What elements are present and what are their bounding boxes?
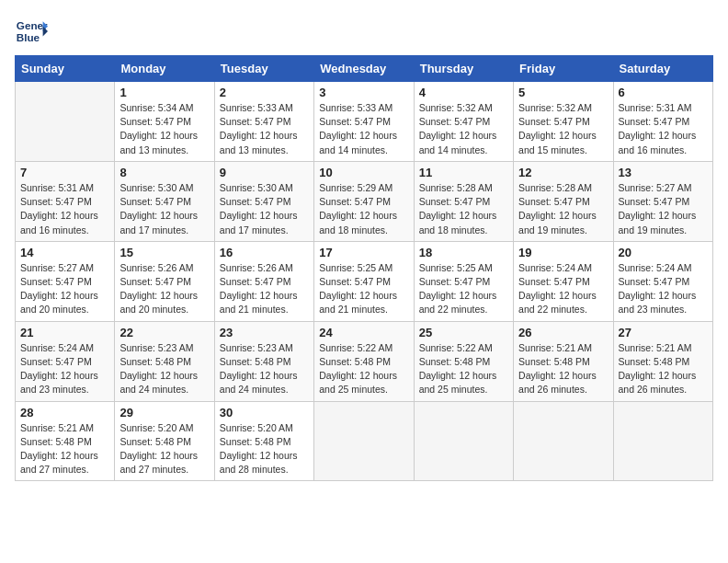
day-number: 14 <box>20 246 109 259</box>
day-info: Sunrise: 5:32 AM Sunset: 5:47 PM Dayligh… <box>518 101 608 157</box>
day-info: Sunrise: 5:22 AM Sunset: 5:48 PM Dayligh… <box>419 341 508 397</box>
day-number: 16 <box>220 246 309 259</box>
day-info: Sunrise: 5:21 AM Sunset: 5:48 PM Dayligh… <box>20 421 109 477</box>
calendar-cell: 9Sunrise: 5:30 AM Sunset: 5:47 PM Daylig… <box>214 161 313 241</box>
day-number: 27 <box>619 326 708 339</box>
calendar-cell <box>414 401 513 481</box>
calendar-cell: 3Sunrise: 5:33 AM Sunset: 5:47 PM Daylig… <box>314 82 414 162</box>
calendar-cell <box>514 401 613 481</box>
calendar-cell: 6Sunrise: 5:31 AM Sunset: 5:47 PM Daylig… <box>613 82 712 162</box>
day-number: 7 <box>20 166 109 179</box>
calendar-cell: 15Sunrise: 5:26 AM Sunset: 5:47 PM Dayli… <box>115 241 214 321</box>
day-info: Sunrise: 5:26 AM Sunset: 5:47 PM Dayligh… <box>119 261 209 317</box>
day-number: 30 <box>220 406 309 419</box>
calendar-cell <box>314 401 414 481</box>
calendar-cell: 19Sunrise: 5:24 AM Sunset: 5:47 PM Dayli… <box>514 241 613 321</box>
day-number: 6 <box>619 86 708 99</box>
day-info: Sunrise: 5:34 AM Sunset: 5:47 PM Dayligh… <box>119 101 209 157</box>
day-number: 24 <box>319 326 408 339</box>
day-number: 19 <box>518 246 608 259</box>
day-number: 15 <box>119 246 209 259</box>
day-of-week-header: Monday <box>115 56 214 82</box>
day-info: Sunrise: 5:28 AM Sunset: 5:47 PM Dayligh… <box>518 181 608 237</box>
day-number: 1 <box>119 86 209 99</box>
day-number: 12 <box>518 166 608 179</box>
day-of-week-header: Friday <box>514 56 613 82</box>
calendar-cell: 20Sunrise: 5:24 AM Sunset: 5:47 PM Dayli… <box>613 241 712 321</box>
page-header: General Blue <box>15 15 713 48</box>
day-info: Sunrise: 5:23 AM Sunset: 5:48 PM Dayligh… <box>119 341 209 397</box>
day-number: 13 <box>619 166 708 179</box>
calendar-cell: 7Sunrise: 5:31 AM Sunset: 5:47 PM Daylig… <box>16 161 115 241</box>
calendar-cell: 27Sunrise: 5:21 AM Sunset: 5:48 PM Dayli… <box>613 321 712 401</box>
day-number: 25 <box>419 326 508 339</box>
calendar-body: 1Sunrise: 5:34 AM Sunset: 5:47 PM Daylig… <box>16 82 713 481</box>
day-number: 2 <box>220 86 309 99</box>
day-info: Sunrise: 5:24 AM Sunset: 5:47 PM Dayligh… <box>518 261 608 317</box>
calendar-cell: 22Sunrise: 5:23 AM Sunset: 5:48 PM Dayli… <box>115 321 214 401</box>
calendar-cell: 25Sunrise: 5:22 AM Sunset: 5:48 PM Dayli… <box>414 321 513 401</box>
day-info: Sunrise: 5:27 AM Sunset: 5:47 PM Dayligh… <box>619 181 708 237</box>
calendar-cell: 16Sunrise: 5:26 AM Sunset: 5:47 PM Dayli… <box>214 241 313 321</box>
calendar-cell: 11Sunrise: 5:28 AM Sunset: 5:47 PM Dayli… <box>414 161 513 241</box>
day-info: Sunrise: 5:30 AM Sunset: 5:47 PM Dayligh… <box>119 181 209 237</box>
calendar-cell: 28Sunrise: 5:21 AM Sunset: 5:48 PM Dayli… <box>16 401 115 481</box>
day-info: Sunrise: 5:25 AM Sunset: 5:47 PM Dayligh… <box>419 261 508 317</box>
calendar-cell: 4Sunrise: 5:32 AM Sunset: 5:47 PM Daylig… <box>414 82 513 162</box>
calendar-cell: 17Sunrise: 5:25 AM Sunset: 5:47 PM Dayli… <box>314 241 414 321</box>
calendar-cell: 18Sunrise: 5:25 AM Sunset: 5:47 PM Dayli… <box>414 241 513 321</box>
calendar-cell: 5Sunrise: 5:32 AM Sunset: 5:47 PM Daylig… <box>514 82 613 162</box>
calendar-cell: 12Sunrise: 5:28 AM Sunset: 5:47 PM Dayli… <box>514 161 613 241</box>
day-of-week-header: Sunday <box>16 56 115 82</box>
calendar-week-row: 1Sunrise: 5:34 AM Sunset: 5:47 PM Daylig… <box>16 82 713 162</box>
calendar-cell: 24Sunrise: 5:22 AM Sunset: 5:48 PM Dayli… <box>314 321 414 401</box>
calendar-cell: 10Sunrise: 5:29 AM Sunset: 5:47 PM Dayli… <box>314 161 414 241</box>
calendar-week-row: 7Sunrise: 5:31 AM Sunset: 5:47 PM Daylig… <box>16 161 713 241</box>
day-info: Sunrise: 5:33 AM Sunset: 5:47 PM Dayligh… <box>319 101 408 157</box>
day-of-week-header: Thursday <box>414 56 513 82</box>
calendar-table: SundayMondayTuesdayWednesdayThursdayFrid… <box>15 55 713 481</box>
day-number: 10 <box>319 166 408 179</box>
days-of-week-row: SundayMondayTuesdayWednesdayThursdayFrid… <box>16 56 713 82</box>
day-number: 3 <box>319 86 408 99</box>
day-info: Sunrise: 5:29 AM Sunset: 5:47 PM Dayligh… <box>319 181 408 237</box>
day-info: Sunrise: 5:31 AM Sunset: 5:47 PM Dayligh… <box>20 181 109 237</box>
calendar-cell <box>16 82 115 162</box>
day-info: Sunrise: 5:28 AM Sunset: 5:47 PM Dayligh… <box>419 181 508 237</box>
day-number: 17 <box>319 246 408 259</box>
day-info: Sunrise: 5:27 AM Sunset: 5:47 PM Dayligh… <box>20 261 109 317</box>
calendar-cell: 26Sunrise: 5:21 AM Sunset: 5:48 PM Dayli… <box>514 321 613 401</box>
calendar-cell: 29Sunrise: 5:20 AM Sunset: 5:48 PM Dayli… <box>115 401 214 481</box>
day-info: Sunrise: 5:32 AM Sunset: 5:47 PM Dayligh… <box>419 101 508 157</box>
svg-text:Blue: Blue <box>17 31 40 43</box>
calendar-cell: 23Sunrise: 5:23 AM Sunset: 5:48 PM Dayli… <box>214 321 313 401</box>
logo: General Blue <box>15 15 48 48</box>
day-number: 20 <box>619 246 708 259</box>
calendar-cell: 8Sunrise: 5:30 AM Sunset: 5:47 PM Daylig… <box>115 161 214 241</box>
calendar-cell: 1Sunrise: 5:34 AM Sunset: 5:47 PM Daylig… <box>115 82 214 162</box>
calendar-cell: 21Sunrise: 5:24 AM Sunset: 5:47 PM Dayli… <box>16 321 115 401</box>
day-number: 28 <box>20 406 109 419</box>
day-info: Sunrise: 5:22 AM Sunset: 5:48 PM Dayligh… <box>319 341 408 397</box>
calendar-cell: 2Sunrise: 5:33 AM Sunset: 5:47 PM Daylig… <box>214 82 313 162</box>
day-number: 23 <box>220 326 309 339</box>
day-info: Sunrise: 5:31 AM Sunset: 5:47 PM Dayligh… <box>619 101 708 157</box>
day-number: 5 <box>518 86 608 99</box>
calendar-cell: 13Sunrise: 5:27 AM Sunset: 5:47 PM Dayli… <box>613 161 712 241</box>
day-info: Sunrise: 5:24 AM Sunset: 5:47 PM Dayligh… <box>20 341 109 397</box>
day-info: Sunrise: 5:23 AM Sunset: 5:48 PM Dayligh… <box>220 341 309 397</box>
day-of-week-header: Wednesday <box>314 56 414 82</box>
day-info: Sunrise: 5:24 AM Sunset: 5:47 PM Dayligh… <box>619 261 708 317</box>
day-number: 4 <box>419 86 508 99</box>
calendar-cell: 30Sunrise: 5:20 AM Sunset: 5:48 PM Dayli… <box>214 401 313 481</box>
day-of-week-header: Saturday <box>613 56 712 82</box>
day-info: Sunrise: 5:21 AM Sunset: 5:48 PM Dayligh… <box>619 341 708 397</box>
day-number: 8 <box>119 166 209 179</box>
calendar-cell: 14Sunrise: 5:27 AM Sunset: 5:47 PM Dayli… <box>16 241 115 321</box>
calendar-week-row: 14Sunrise: 5:27 AM Sunset: 5:47 PM Dayli… <box>16 241 713 321</box>
day-number: 18 <box>419 246 508 259</box>
day-info: Sunrise: 5:21 AM Sunset: 5:48 PM Dayligh… <box>518 341 608 397</box>
calendar-cell <box>613 401 712 481</box>
logo-icon: General Blue <box>15 15 48 48</box>
calendar-week-row: 21Sunrise: 5:24 AM Sunset: 5:47 PM Dayli… <box>16 321 713 401</box>
